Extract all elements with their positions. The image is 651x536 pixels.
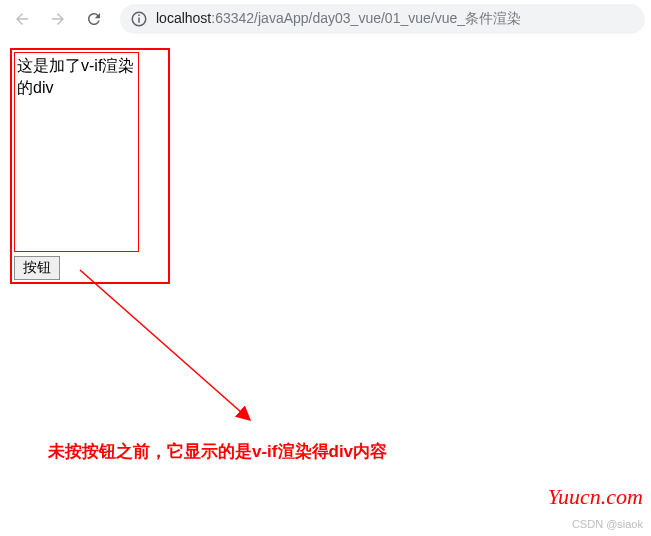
csdn-watermark: CSDN @siaok [572, 518, 643, 530]
vif-text: 这是加了v-if渲染的div [17, 57, 134, 96]
arrow-right-icon [49, 10, 67, 28]
url-text: localhost:63342/javaApp/day03_vue/01_vue… [156, 10, 521, 28]
annotation-text: 未按按钮之前，它显示的是v-if渲染得div内容 [48, 440, 387, 463]
vif-div: 这是加了v-if渲染的div [14, 52, 139, 252]
watermark: Yuucn.com [548, 484, 643, 510]
back-button[interactable] [6, 3, 38, 35]
forward-button[interactable] [42, 3, 74, 35]
url-host: localhost [156, 10, 211, 26]
browser-toolbar: localhost:63342/javaApp/day03_vue/01_vue… [0, 0, 651, 38]
info-icon [130, 10, 148, 28]
arrow-left-icon [13, 10, 31, 28]
svg-rect-2 [138, 15, 140, 17]
url-path: /javaApp/day03_vue/01_vue/vue_条件渲染 [254, 10, 521, 26]
toggle-button[interactable]: 按钮 [14, 256, 60, 280]
highlight-box: 这是加了v-if渲染的div 按钮 [10, 48, 170, 284]
reload-icon [85, 10, 103, 28]
svg-rect-1 [138, 18, 140, 23]
reload-button[interactable] [78, 3, 110, 35]
address-bar[interactable]: localhost:63342/javaApp/day03_vue/01_vue… [120, 4, 645, 34]
page-content: 这是加了v-if渲染的div 按钮 [0, 38, 651, 294]
url-port: :63342 [211, 10, 254, 26]
